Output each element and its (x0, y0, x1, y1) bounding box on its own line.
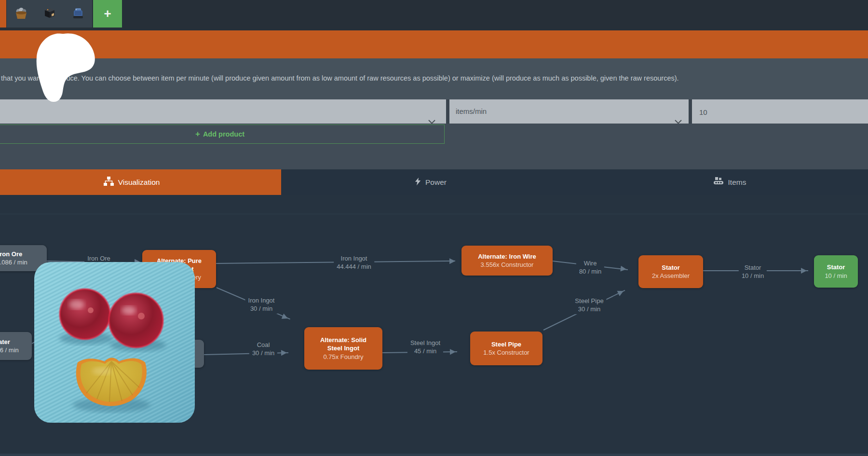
edge-arrow-icon (801, 268, 807, 274)
view-tab-bar: Visualization Power Items (0, 169, 868, 195)
add-product-label: Add product (203, 130, 244, 138)
factory-tab-motor[interactable] (64, 0, 92, 28)
page-description: that you want to produce. You can choose… (1, 74, 679, 82)
edge-label-steel-pipe-30: Steel Pipe 30 / min (572, 297, 606, 314)
edge-label-wire-80: Wire 80 / min (576, 259, 604, 276)
tab-items[interactable]: Items (580, 169, 868, 195)
node-steel-pipe[interactable]: Steel Pipe 1.5x Constructor (470, 332, 542, 365)
production-planner-app: + that you want to produce. You can choo… (0, 0, 868, 456)
plus-icon: + (195, 129, 200, 139)
unit-select[interactable]: items/min (449, 99, 689, 124)
add-product-panel: + Add product (0, 124, 868, 169)
factory-tabs (7, 0, 92, 28)
amount-input-wrap (692, 99, 868, 124)
node-water[interactable]: Water 22.906 / min (0, 332, 32, 360)
sitemap-icon (104, 177, 114, 188)
factory-tab-active[interactable] (0, 0, 6, 28)
header-band (0, 30, 868, 58)
description-band: that you want to produce. You can choose… (0, 58, 868, 99)
tab-power[interactable]: Power (281, 169, 580, 195)
conveyor-icon (713, 177, 724, 188)
edge-label-iron-ingot-30: Iron Ingot 30 / min (245, 296, 278, 314)
amount-input[interactable] (698, 100, 864, 124)
motor-icon (70, 5, 86, 23)
edge-arrow-icon (281, 350, 287, 356)
bottom-strip (0, 454, 868, 456)
white-blob-sticker (34, 31, 102, 104)
node-stator[interactable]: Stator 2x Assembler (638, 255, 703, 288)
gummy-candy-photo (34, 262, 195, 423)
edge-label-iron-ingot-44: Iron Ingot 44.444 / min (334, 254, 374, 272)
tab-items-label: Items (728, 178, 746, 187)
edge-label-steel-ingot-45: Steel Ingot 45 / min (407, 339, 443, 356)
ore-basket-icon (14, 5, 29, 23)
plus-icon: + (104, 6, 111, 21)
factory-tab-dark-crate[interactable] (35, 0, 64, 28)
tab-visualization[interactable]: Visualization (0, 169, 281, 195)
edge-arrow-icon (620, 266, 626, 272)
factory-tab-bar: + (0, 0, 868, 30)
unit-select-value: items/min (449, 99, 487, 124)
bolt-icon (415, 177, 421, 188)
node-iron-wire[interactable]: Alternate: Iron Wire 3.556x Constructor (461, 246, 553, 276)
new-factory-tab-button[interactable]: + (93, 0, 122, 28)
edge-label-stator-10: Stator 10 / min (739, 263, 767, 281)
canvas-divider (0, 214, 868, 214)
dark-crate-icon (42, 5, 57, 23)
factory-tab-ore-basket[interactable] (7, 0, 35, 28)
node-solid-steel-ingot[interactable]: Alternate: Solid Steel Ingot 0.75x Found… (304, 327, 382, 370)
product-form-row: Stator items/min (0, 99, 868, 124)
add-product-button[interactable]: + Add product (0, 124, 445, 144)
edge-arrow-icon (449, 258, 455, 264)
edge-label-coal-30: Coal 30 / min (249, 341, 277, 358)
tab-power-label: Power (425, 178, 447, 187)
node-stator-output[interactable]: Stator 10 / min (814, 255, 858, 288)
tab-visualization-label: Visualization (118, 178, 160, 187)
edge-arrow-icon (450, 349, 456, 355)
